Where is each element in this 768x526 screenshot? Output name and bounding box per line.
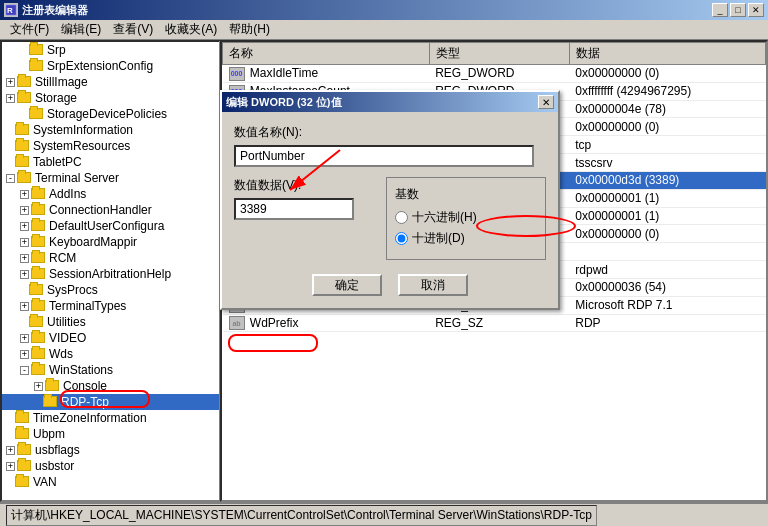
cell-data: tsscsrv [569, 154, 765, 172]
tree-item-keyboardmap[interactable]: + KeyboardMappir [2, 234, 219, 250]
tree-item-sessionarb[interactable]: + SessionArbitrationHelp [2, 266, 219, 282]
tree-label: TerminalTypes [49, 299, 126, 313]
cell-data: 0x00000001 (1) [569, 189, 765, 207]
folder-icon [15, 475, 31, 489]
edit-dword-dialog: 编辑 DWORD (32 位)值 ✕ 数值名称(N): 数值数据(V): 基数 … [220, 90, 560, 310]
tree-item-sysprocs[interactable]: SysProcs [2, 282, 219, 298]
dialog-close-button[interactable]: ✕ [538, 95, 554, 109]
expand-icon[interactable]: + [34, 382, 43, 391]
expand-icon[interactable]: - [6, 174, 15, 183]
close-button[interactable]: ✕ [748, 3, 764, 17]
expand-icon[interactable]: + [20, 206, 29, 215]
folder-icon [15, 139, 31, 153]
expand-icon[interactable]: + [6, 446, 15, 455]
col-type: 类型 [429, 43, 569, 65]
cell-data: rdpwd [569, 261, 765, 279]
folder-icon [17, 459, 33, 473]
tree-item-addins[interactable]: + AddIns [2, 186, 219, 202]
tree-item-connhandler[interactable]: + ConnectionHandler [2, 202, 219, 218]
minimize-button[interactable]: _ [712, 3, 728, 17]
expand-icon[interactable]: + [20, 254, 29, 263]
expand-icon[interactable]: + [6, 78, 15, 87]
tree-item-utilities[interactable]: Utilities [2, 314, 219, 330]
expand-icon[interactable]: + [20, 238, 29, 247]
dialog-ok-button[interactable]: 确定 [312, 274, 382, 296]
expand-icon[interactable]: - [20, 366, 29, 375]
tree-item-ubpm[interactable]: Ubpm [2, 426, 219, 442]
cell-data: 0x00000000 (0) [569, 65, 765, 83]
menu-view[interactable]: 查看(V) [107, 19, 159, 40]
tree-label: usbflags [35, 443, 80, 457]
folder-icon [31, 347, 47, 361]
expand-icon[interactable]: + [20, 222, 29, 231]
dialog-body: 数值名称(N): 数值数据(V): 基数 十六进制(H) 十进制(D) [222, 112, 558, 308]
tree-item-van[interactable]: VAN [2, 474, 219, 490]
dialog-name-input[interactable] [234, 145, 534, 167]
tree-item-sysres[interactable]: SystemResources [2, 138, 219, 154]
expand-icon[interactable]: + [6, 462, 15, 471]
menu-edit[interactable]: 编辑(E) [55, 19, 107, 40]
tree-label: TabletPC [33, 155, 82, 169]
tree-item-terminaltypes[interactable]: + TerminalTypes [2, 298, 219, 314]
tree-label: Ubpm [33, 427, 65, 441]
tree-item-sysinfo[interactable]: SystemInformation [2, 122, 219, 138]
tree-item-rdptcp[interactable]: RDP-Tcp [2, 394, 219, 410]
expand-icon[interactable]: + [20, 270, 29, 279]
expand-icon[interactable]: + [20, 350, 29, 359]
expand-icon[interactable]: + [20, 334, 29, 343]
tree-item-srp[interactable]: Srp [2, 42, 219, 58]
folder-icon-open [17, 171, 33, 185]
cell-data: Microsoft RDP 7.1 [569, 296, 765, 314]
maximize-button[interactable]: □ [730, 3, 746, 17]
dialog-buttons: 确定 取消 [234, 274, 546, 296]
tree-item-video[interactable]: + VIDEO [2, 330, 219, 346]
tree-item-usbflags[interactable]: + usbflags [2, 442, 219, 458]
tree-item-rcm[interactable]: + RCM [2, 250, 219, 266]
tree-item-srpext[interactable]: SrpExtensionConfig [2, 58, 219, 74]
tree-item-usbstor[interactable]: + usbstor [2, 458, 219, 474]
tree-panel[interactable]: Srp SrpExtensionConfig + StillImage + St… [0, 40, 220, 502]
tree-item-winstations[interactable]: - WinStations [2, 362, 219, 378]
tree-label: SysProcs [47, 283, 98, 297]
dialog-base-title: 基数 [395, 186, 537, 203]
table-row[interactable]: ab WdPrefix REG_SZ RDP [223, 314, 766, 332]
tree-label: TimeZoneInformation [33, 411, 147, 425]
tree-label: WinStations [49, 363, 113, 377]
window-title: 注册表编辑器 [22, 3, 88, 18]
expand-icon[interactable]: + [20, 302, 29, 311]
tree-item-terminalserver[interactable]: - Terminal Server [2, 170, 219, 186]
tree-item-stillimage[interactable]: + StillImage [2, 74, 219, 90]
tree-item-wds[interactable]: + Wds [2, 346, 219, 362]
folder-icon [31, 331, 47, 345]
tree-item-storagepolicies[interactable]: StorageDevicePolicies [2, 106, 219, 122]
folder-icon [29, 43, 45, 57]
folder-icon [29, 107, 45, 121]
dialog-data-input[interactable] [234, 198, 354, 220]
tree-item-timezone[interactable]: TimeZoneInformation [2, 410, 219, 426]
cell-data: 0x00000000 (0) [569, 118, 765, 136]
tree-label: SessionArbitrationHelp [49, 267, 171, 281]
menu-file[interactable]: 文件(F) [4, 19, 55, 40]
dec-radio[interactable] [395, 232, 408, 245]
app-icon: R [4, 3, 18, 17]
folder-icon [17, 75, 33, 89]
tree-item-storage[interactable]: + Storage [2, 90, 219, 106]
cell-data: 0x00000000 (0) [569, 225, 765, 243]
tree-item-tabletpc[interactable]: TabletPC [2, 154, 219, 170]
hex-radio[interactable] [395, 211, 408, 224]
cell-data: RDP [569, 314, 765, 332]
tree-label: AddIns [49, 187, 86, 201]
menu-bar: 文件(F) 编辑(E) 查看(V) 收藏夹(A) 帮助(H) [0, 20, 768, 40]
tree-item-console[interactable]: + Console [2, 378, 219, 394]
tree-label: VIDEO [49, 331, 86, 345]
menu-help[interactable]: 帮助(H) [223, 19, 276, 40]
folder-icon-open [31, 363, 47, 377]
dialog-cancel-button[interactable]: 取消 [398, 274, 468, 296]
status-path: 计算机\HKEY_LOCAL_MACHINE\SYSTEM\CurrentCon… [11, 508, 592, 522]
expand-icon[interactable]: + [6, 94, 15, 103]
menu-favorites[interactable]: 收藏夹(A) [159, 19, 223, 40]
tree-label: Console [63, 379, 107, 393]
expand-icon[interactable]: + [20, 190, 29, 199]
table-row[interactable]: 000 MaxIdleTime REG_DWORD 0x00000000 (0) [223, 65, 766, 83]
tree-item-defaultuser[interactable]: + DefaultUserConfigura [2, 218, 219, 234]
